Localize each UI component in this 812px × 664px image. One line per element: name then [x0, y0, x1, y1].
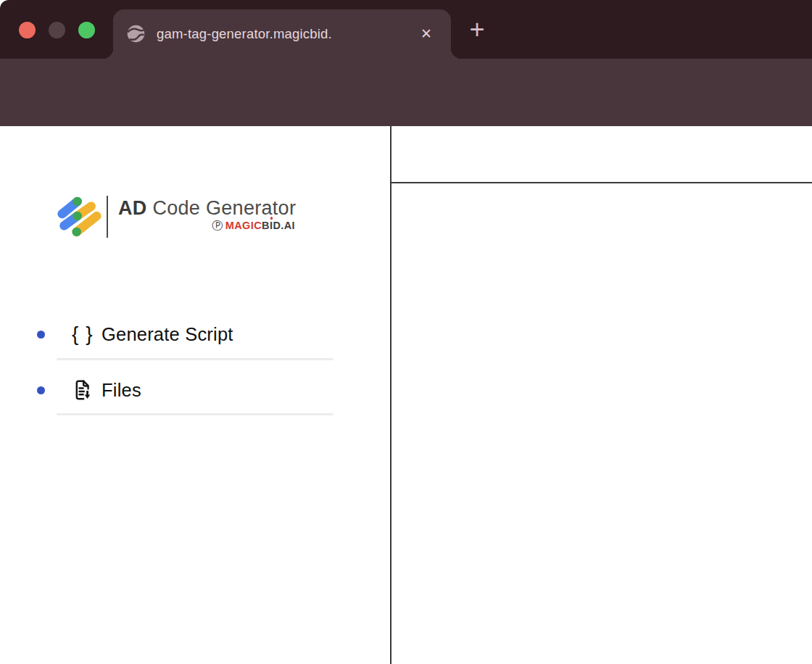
circled-p-icon: Ⓟ: [212, 219, 223, 231]
tab-title-fade: [360, 9, 397, 59]
sidebar-item-label: Generate Script: [102, 324, 233, 345]
logo-brand: ⓅMAGICBID.AI: [118, 219, 295, 233]
sidebar: AD Code Generator ⓅMAGICBID.AI { } Gener…: [0, 126, 390, 664]
braces-icon: { }: [72, 323, 93, 346]
browser-window: gam-tag-generator.magicbid. ✕ +: [0, 0, 812, 664]
browser-tab[interactable]: gam-tag-generator.magicbid. ✕: [113, 9, 451, 59]
sidebar-item-label: Files: [102, 380, 141, 401]
tab-strip: gam-tag-generator.magicbid. ✕ +: [0, 0, 812, 59]
globe-favicon-icon: [126, 24, 146, 43]
nav-divider: [57, 358, 334, 360]
app-logo: AD Code Generator ⓅMAGICBID.AI: [57, 193, 296, 244]
browser-toolbar: https://gam-tag-generator.magicbid.ai: [0, 59, 812, 126]
new-tab-button[interactable]: +: [464, 17, 490, 43]
window-minimize-button[interactable]: [49, 22, 65, 38]
content-frame: [390, 126, 812, 664]
sidebar-item-generate-script[interactable]: { } Generate Script: [0, 317, 334, 352]
logo-title: AD Code Generator: [118, 197, 296, 220]
logo-divider: [107, 196, 108, 238]
content-frame-header: [392, 126, 812, 183]
tab-close-icon[interactable]: ✕: [417, 25, 436, 43]
bullet-dot-icon: [37, 331, 45, 339]
page-content: AD Code Generator ⓅMAGICBID.AI { } Gener…: [0, 126, 812, 664]
file-download-icon: [72, 379, 93, 402]
bullet-dot-icon: [37, 386, 45, 394]
sidebar-item-files[interactable]: Files: [0, 373, 334, 407]
ad-manager-logo-icon: [57, 193, 103, 239]
window-close-button[interactable]: [19, 22, 36, 38]
content-frame-body: [392, 185, 812, 664]
nav-divider: [57, 413, 334, 415]
window-zoom-button[interactable]: [78, 22, 95, 38]
